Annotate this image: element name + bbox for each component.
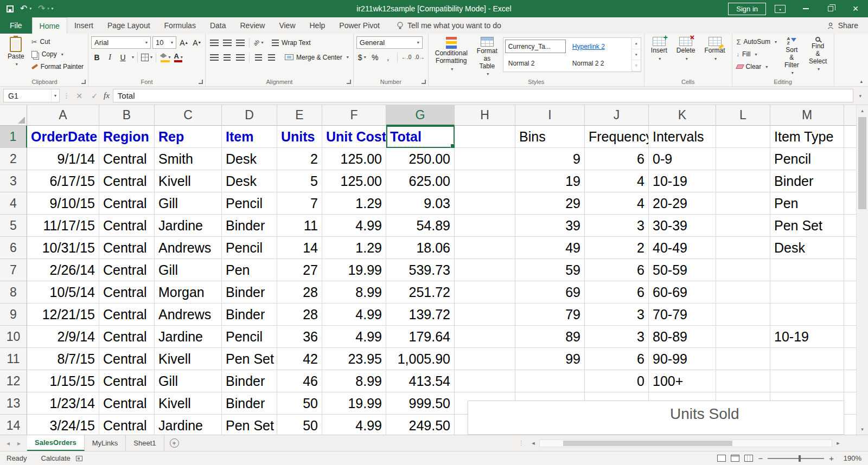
cell-E4[interactable]: 7 xyxy=(277,192,322,215)
cell-C10[interactable]: Jardine xyxy=(155,326,222,348)
cell-D9[interactable]: Binder xyxy=(222,303,277,326)
cell-K2[interactable]: 0-9 xyxy=(649,148,716,170)
cell-I11[interactable]: 99 xyxy=(515,348,585,370)
ribbon-display-options-icon[interactable]: ▴ xyxy=(775,5,786,13)
styles-scroll-up-icon[interactable]: ▴ xyxy=(632,38,641,49)
increase-font-size-button[interactable]: A▴ xyxy=(178,37,189,49)
cell-A4[interactable]: 9/10/15 xyxy=(27,192,99,215)
cell-M6[interactable]: Desk xyxy=(770,237,844,259)
column-header-B[interactable]: B xyxy=(99,105,155,126)
fill-handle[interactable] xyxy=(450,144,455,148)
cell-K10[interactable]: 80-89 xyxy=(649,326,716,348)
cell-style-normal-2-2[interactable]: Normal 2 2 xyxy=(567,55,631,72)
row-header-3[interactable]: 3 xyxy=(0,170,27,192)
sheet-tab-sheet1[interactable]: Sheet1 xyxy=(126,435,164,451)
cell-M11[interactable] xyxy=(770,348,844,370)
cell-B6[interactable]: Central xyxy=(99,237,155,259)
cell-G6[interactable]: 18.06 xyxy=(386,237,455,259)
cell-E13[interactable]: 50 xyxy=(277,392,322,415)
cell-A6[interactable]: 10/31/15 xyxy=(27,237,99,259)
cell-H5[interactable] xyxy=(455,215,515,237)
insert-cells-button[interactable]: Insert ▾ xyxy=(647,35,671,62)
cell-I4[interactable]: 29 xyxy=(515,192,585,215)
cell-H11[interactable] xyxy=(455,348,515,370)
cell-B5[interactable]: Central xyxy=(99,215,155,237)
italic-button[interactable]: I xyxy=(104,51,116,63)
cell-H4[interactable] xyxy=(455,192,515,215)
cell-A2[interactable]: 9/1/14 xyxy=(27,148,99,170)
column-header-F[interactable]: F xyxy=(322,105,386,126)
cell-E1[interactable]: Units xyxy=(277,126,322,148)
new-sheet-button[interactable]: + xyxy=(170,438,179,448)
cell-A14[interactable]: 3/24/15 xyxy=(27,415,99,435)
row-header-14[interactable]: 14 xyxy=(0,415,27,435)
cell-F10[interactable]: 4.99 xyxy=(322,326,386,348)
cell-B7[interactable]: Central xyxy=(99,259,155,281)
cell-I7[interactable]: 59 xyxy=(515,259,585,281)
cell-L1[interactable] xyxy=(716,126,770,148)
cell-I5[interactable]: 39 xyxy=(515,215,585,237)
cell-G7[interactable]: 539.73 xyxy=(386,259,455,281)
cell-J3[interactable]: 4 xyxy=(585,170,649,192)
cell-E12[interactable]: 46 xyxy=(277,370,322,392)
undo-button[interactable]: ↶ xyxy=(20,4,27,13)
cell-J6[interactable]: 2 xyxy=(585,237,649,259)
cell-E7[interactable]: 27 xyxy=(277,259,322,281)
cell-style-hyperlink-2[interactable]: Hyperlink 2 xyxy=(567,38,631,55)
font-color-button[interactable]: A▾ xyxy=(173,51,184,63)
cell-B11[interactable]: Central xyxy=(99,348,155,370)
cell-H1[interactable] xyxy=(455,126,515,148)
cell-F11[interactable]: 23.95 xyxy=(322,348,386,370)
restore-button[interactable] xyxy=(818,0,843,17)
cell-C8[interactable]: Morgan xyxy=(155,281,222,303)
cell-J8[interactable]: 6 xyxy=(585,281,649,303)
cell-J4[interactable]: 4 xyxy=(585,192,649,215)
align-middle-button[interactable] xyxy=(221,37,233,49)
cell-D1[interactable]: Item xyxy=(222,126,277,148)
column-header-K[interactable]: K xyxy=(649,105,716,126)
view-page-layout-button[interactable] xyxy=(731,455,739,462)
cell-H7[interactable] xyxy=(455,259,515,281)
cell-C2[interactable]: Smith xyxy=(155,148,222,170)
cell-J7[interactable]: 6 xyxy=(585,259,649,281)
cell-A9[interactable]: 12/21/15 xyxy=(27,303,99,326)
column-header-L[interactable]: L xyxy=(716,105,770,126)
number-dialog-launcher[interactable] xyxy=(422,80,426,84)
zoom-slider[interactable] xyxy=(768,455,824,462)
decrease-decimal-button[interactable]: .0→ xyxy=(414,51,425,63)
cell-K4[interactable]: 20-29 xyxy=(649,192,716,215)
cell-G5[interactable]: 54.89 xyxy=(386,215,455,237)
ribbon-tab-help[interactable]: Help xyxy=(303,17,333,34)
chart-overlay[interactable]: Units Sold xyxy=(468,401,844,435)
horizontal-scroll-thumb[interactable] xyxy=(563,441,732,446)
collapse-ribbon-icon[interactable]: ▴ xyxy=(860,79,863,84)
cell-J5[interactable]: 3 xyxy=(585,215,649,237)
column-header-E[interactable]: E xyxy=(277,105,322,126)
cell-G13[interactable]: 999.50 xyxy=(386,392,455,415)
font-size-select[interactable]: 10▾ xyxy=(152,36,176,49)
row-header-7[interactable]: 7 xyxy=(0,259,27,281)
confirm-entry-button[interactable]: ✓ xyxy=(88,92,100,100)
name-box-dropdown-icon[interactable]: ▾ xyxy=(51,89,59,102)
formula-input[interactable]: Total xyxy=(113,89,854,102)
cell-L3[interactable] xyxy=(716,170,770,192)
cell-K6[interactable]: 40-49 xyxy=(649,237,716,259)
cell-B9[interactable]: Central xyxy=(99,303,155,326)
redo-button[interactable]: ↷ xyxy=(38,4,45,13)
cell-L10[interactable] xyxy=(716,326,770,348)
cell-G10[interactable]: 179.64 xyxy=(386,326,455,348)
font-dialog-launcher[interactable] xyxy=(199,80,203,84)
cell-D4[interactable]: Pencil xyxy=(222,192,277,215)
cell-J1[interactable]: Frequency xyxy=(585,126,649,148)
format-as-table-button[interactable]: Format asTable ▾ xyxy=(473,35,501,78)
sheet-tab-salesorders[interactable]: SalesOrders xyxy=(27,435,85,451)
delete-cells-button[interactable]: Delete ▾ xyxy=(673,35,699,62)
cell-A11[interactable]: 8/7/15 xyxy=(27,348,99,370)
row-header-10[interactable]: 10 xyxy=(0,326,27,348)
decrease-font-size-button[interactable]: A▾ xyxy=(191,37,202,49)
cell-M4[interactable]: Pen xyxy=(770,192,844,215)
ribbon-tab-review[interactable]: Review xyxy=(233,17,272,34)
row-header-5[interactable]: 5 xyxy=(0,215,27,237)
cell-K1[interactable]: Intervals xyxy=(649,126,716,148)
cell-C5[interactable]: Jardine xyxy=(155,215,222,237)
